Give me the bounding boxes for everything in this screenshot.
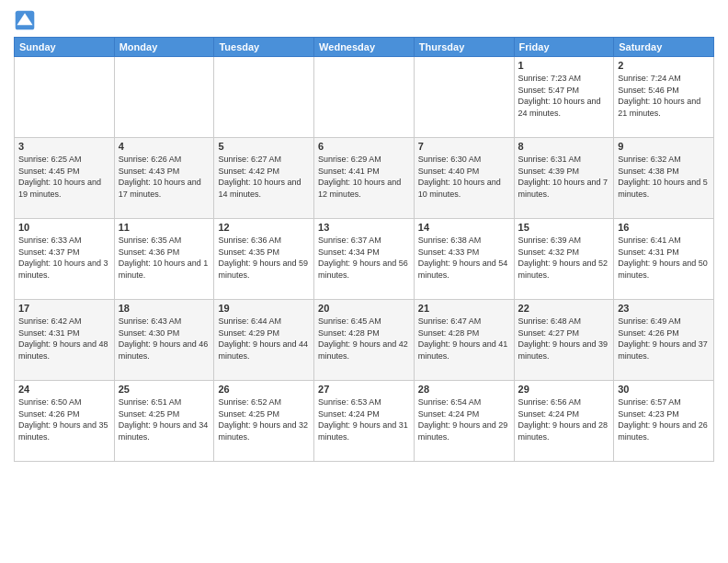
calendar-cell: 9Sunrise: 6:32 AM Sunset: 4:38 PM Daylig… xyxy=(614,138,714,219)
day-number: 29 xyxy=(518,384,610,395)
day-number: 6 xyxy=(318,141,410,152)
day-info: Sunrise: 6:36 AM Sunset: 4:35 PM Dayligh… xyxy=(218,235,310,281)
calendar-cell xyxy=(15,57,115,138)
day-info: Sunrise: 6:30 AM Sunset: 4:40 PM Dayligh… xyxy=(418,154,510,200)
calendar-cell: 8Sunrise: 6:31 AM Sunset: 4:39 PM Daylig… xyxy=(514,138,614,219)
day-number: 15 xyxy=(518,222,610,233)
calendar-header: SundayMondayTuesdayWednesdayThursdayFrid… xyxy=(15,38,714,57)
calendar-cell: 6Sunrise: 6:29 AM Sunset: 4:41 PM Daylig… xyxy=(314,138,415,219)
calendar-week-row: 17Sunrise: 6:42 AM Sunset: 4:31 PM Dayli… xyxy=(15,300,714,381)
day-info: Sunrise: 6:35 AM Sunset: 4:36 PM Dayligh… xyxy=(119,235,210,281)
calendar-cell: 19Sunrise: 6:44 AM Sunset: 4:29 PM Dayli… xyxy=(214,300,314,381)
day-info: Sunrise: 6:43 AM Sunset: 4:30 PM Dayligh… xyxy=(119,316,210,362)
day-number: 27 xyxy=(318,384,410,395)
calendar-cell xyxy=(314,57,415,138)
day-info: Sunrise: 6:57 AM Sunset: 4:23 PM Dayligh… xyxy=(618,396,710,442)
day-info: Sunrise: 6:41 AM Sunset: 4:31 PM Dayligh… xyxy=(618,235,710,281)
calendar-cell: 22Sunrise: 6:48 AM Sunset: 4:27 PM Dayli… xyxy=(514,300,614,381)
day-info: Sunrise: 6:56 AM Sunset: 4:24 PM Dayligh… xyxy=(518,396,610,442)
day-info: Sunrise: 6:37 AM Sunset: 4:34 PM Dayligh… xyxy=(318,235,410,281)
header xyxy=(14,9,714,31)
day-number: 1 xyxy=(518,60,610,71)
day-info: Sunrise: 6:32 AM Sunset: 4:38 PM Dayligh… xyxy=(618,154,710,200)
day-number: 19 xyxy=(218,303,310,314)
calendar-cell: 25Sunrise: 6:51 AM Sunset: 4:25 PM Dayli… xyxy=(114,381,214,462)
calendar-week-row: 1Sunrise: 7:23 AM Sunset: 5:47 PM Daylig… xyxy=(15,57,714,138)
day-info: Sunrise: 6:31 AM Sunset: 4:39 PM Dayligh… xyxy=(518,154,610,200)
day-number: 2 xyxy=(618,60,710,71)
day-info: Sunrise: 6:51 AM Sunset: 4:25 PM Dayligh… xyxy=(119,396,210,442)
calendar-cell: 4Sunrise: 6:26 AM Sunset: 4:43 PM Daylig… xyxy=(114,138,214,219)
day-number: 3 xyxy=(18,141,110,152)
day-info: Sunrise: 6:42 AM Sunset: 4:31 PM Dayligh… xyxy=(18,316,110,362)
day-info: Sunrise: 6:25 AM Sunset: 4:45 PM Dayligh… xyxy=(18,154,110,200)
calendar-cell: 10Sunrise: 6:33 AM Sunset: 4:37 PM Dayli… xyxy=(15,219,115,300)
day-info: Sunrise: 6:47 AM Sunset: 4:28 PM Dayligh… xyxy=(418,316,510,362)
calendar-cell: 28Sunrise: 6:54 AM Sunset: 4:24 PM Dayli… xyxy=(414,381,514,462)
calendar-week-row: 10Sunrise: 6:33 AM Sunset: 4:37 PM Dayli… xyxy=(15,219,714,300)
day-number: 10 xyxy=(18,222,110,233)
calendar-cell: 30Sunrise: 6:57 AM Sunset: 4:23 PM Dayli… xyxy=(614,381,714,462)
day-info: Sunrise: 7:24 AM Sunset: 5:46 PM Dayligh… xyxy=(618,73,710,119)
day-number: 28 xyxy=(418,384,510,395)
calendar-cell: 27Sunrise: 6:53 AM Sunset: 4:24 PM Dayli… xyxy=(314,381,415,462)
day-number: 25 xyxy=(119,384,210,395)
day-info: Sunrise: 6:48 AM Sunset: 4:27 PM Dayligh… xyxy=(518,316,610,362)
day-info: Sunrise: 6:33 AM Sunset: 4:37 PM Dayligh… xyxy=(18,235,110,281)
day-number: 23 xyxy=(618,303,710,314)
calendar-cell xyxy=(214,57,314,138)
calendar-cell: 13Sunrise: 6:37 AM Sunset: 4:34 PM Dayli… xyxy=(314,219,415,300)
day-number: 22 xyxy=(518,303,610,314)
calendar-cell: 1Sunrise: 7:23 AM Sunset: 5:47 PM Daylig… xyxy=(514,57,614,138)
calendar-week-row: 3Sunrise: 6:25 AM Sunset: 4:45 PM Daylig… xyxy=(15,138,714,219)
calendar-cell: 11Sunrise: 6:35 AM Sunset: 4:36 PM Dayli… xyxy=(114,219,214,300)
calendar-cell: 21Sunrise: 6:47 AM Sunset: 4:28 PM Dayli… xyxy=(414,300,514,381)
day-number: 17 xyxy=(18,303,110,314)
calendar-cell: 14Sunrise: 6:38 AM Sunset: 4:33 PM Dayli… xyxy=(414,219,514,300)
day-info: Sunrise: 6:53 AM Sunset: 4:24 PM Dayligh… xyxy=(318,396,410,442)
calendar-cell: 29Sunrise: 6:56 AM Sunset: 4:24 PM Dayli… xyxy=(514,381,614,462)
day-number: 30 xyxy=(618,384,710,395)
page: SundayMondayTuesdayWednesdayThursdayFrid… xyxy=(0,0,728,563)
day-number: 24 xyxy=(18,384,110,395)
day-number: 20 xyxy=(318,303,410,314)
calendar-cell: 18Sunrise: 6:43 AM Sunset: 4:30 PM Dayli… xyxy=(114,300,214,381)
calendar-cell xyxy=(114,57,214,138)
calendar-cell: 3Sunrise: 6:25 AM Sunset: 4:45 PM Daylig… xyxy=(15,138,115,219)
day-info: Sunrise: 6:54 AM Sunset: 4:24 PM Dayligh… xyxy=(418,396,510,442)
calendar-cell: 2Sunrise: 7:24 AM Sunset: 5:46 PM Daylig… xyxy=(614,57,714,138)
day-number: 13 xyxy=(318,222,410,233)
day-info: Sunrise: 6:27 AM Sunset: 4:42 PM Dayligh… xyxy=(218,154,310,200)
day-number: 16 xyxy=(618,222,710,233)
day-info: Sunrise: 6:26 AM Sunset: 4:43 PM Dayligh… xyxy=(119,154,210,200)
day-info: Sunrise: 6:38 AM Sunset: 4:33 PM Dayligh… xyxy=(418,235,510,281)
day-info: Sunrise: 6:49 AM Sunset: 4:26 PM Dayligh… xyxy=(618,316,710,362)
day-info: Sunrise: 7:23 AM Sunset: 5:47 PM Dayligh… xyxy=(518,73,610,119)
weekday-header: Thursday xyxy=(414,38,514,57)
day-info: Sunrise: 6:44 AM Sunset: 4:29 PM Dayligh… xyxy=(218,316,310,362)
weekday-header: Tuesday xyxy=(214,38,314,57)
calendar-week-row: 24Sunrise: 6:50 AM Sunset: 4:26 PM Dayli… xyxy=(15,381,714,462)
calendar-cell: 24Sunrise: 6:50 AM Sunset: 4:26 PM Dayli… xyxy=(15,381,115,462)
calendar-cell: 16Sunrise: 6:41 AM Sunset: 4:31 PM Dayli… xyxy=(614,219,714,300)
day-number: 14 xyxy=(418,222,510,233)
calendar-cell: 5Sunrise: 6:27 AM Sunset: 4:42 PM Daylig… xyxy=(214,138,314,219)
calendar-cell: 17Sunrise: 6:42 AM Sunset: 4:31 PM Dayli… xyxy=(15,300,115,381)
day-info: Sunrise: 6:50 AM Sunset: 4:26 PM Dayligh… xyxy=(18,396,110,442)
day-number: 7 xyxy=(418,141,510,152)
weekday-header: Sunday xyxy=(15,38,115,57)
day-number: 12 xyxy=(218,222,310,233)
weekday-header: Wednesday xyxy=(314,38,415,57)
day-number: 9 xyxy=(618,141,710,152)
day-number: 26 xyxy=(218,384,310,395)
calendar-cell: 15Sunrise: 6:39 AM Sunset: 4:32 PM Dayli… xyxy=(514,219,614,300)
day-number: 4 xyxy=(119,141,210,152)
calendar-cell: 26Sunrise: 6:52 AM Sunset: 4:25 PM Dayli… xyxy=(214,381,314,462)
calendar-body: 1Sunrise: 7:23 AM Sunset: 5:47 PM Daylig… xyxy=(15,57,714,462)
day-info: Sunrise: 6:39 AM Sunset: 4:32 PM Dayligh… xyxy=(518,235,610,281)
weekday-header: Monday xyxy=(114,38,214,57)
calendar-cell: 20Sunrise: 6:45 AM Sunset: 4:28 PM Dayli… xyxy=(314,300,415,381)
calendar: SundayMondayTuesdayWednesdayThursdayFrid… xyxy=(14,37,714,462)
calendar-cell: 7Sunrise: 6:30 AM Sunset: 4:40 PM Daylig… xyxy=(414,138,514,219)
day-info: Sunrise: 6:29 AM Sunset: 4:41 PM Dayligh… xyxy=(318,154,410,200)
